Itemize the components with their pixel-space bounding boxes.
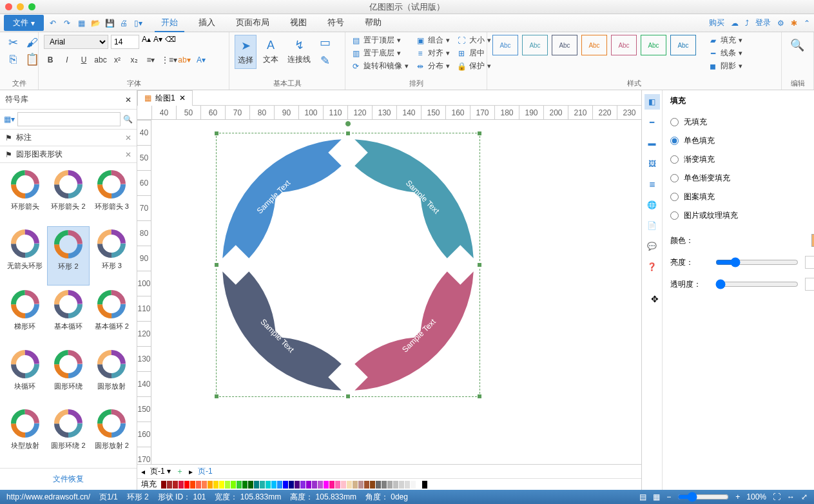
picture-tab-icon[interactable]: 🖼	[644, 156, 660, 171]
subscript-button[interactable]: x₂	[128, 55, 141, 64]
bold-button[interactable]: B	[44, 55, 57, 64]
rotate-handle[interactable]	[345, 121, 351, 127]
color-swatch[interactable]	[295, 481, 300, 489]
fill-option[interactable]: 图案填充	[670, 188, 814, 206]
view-mode-icon-2[interactable]: ▦	[653, 492, 660, 501]
shape-item[interactable]: 环形箭头 2	[47, 167, 89, 225]
tab-insert[interactable]: 插入	[192, 14, 222, 32]
color-swatch[interactable]	[289, 481, 294, 489]
color-swatch[interactable]	[167, 481, 172, 489]
shape-item[interactable]: 块型放射	[4, 406, 46, 464]
color-swatch[interactable]	[260, 481, 265, 489]
section-callouts[interactable]: ⚑ 标注 ✕	[0, 130, 137, 146]
library-icon[interactable]: ▦▾	[4, 115, 15, 124]
comment-tab-icon[interactable]: 💬	[644, 238, 660, 254]
export-icon[interactable]: ▯▾	[133, 18, 143, 28]
connector-tool[interactable]: ↯连接线	[285, 35, 313, 68]
section-circular[interactable]: ⚑ 圆形图表形状 ✕	[0, 146, 137, 163]
select-tool[interactable]: ➤选择	[235, 35, 257, 69]
highlight-icon[interactable]: ab▾	[178, 55, 191, 64]
color-swatch[interactable]	[387, 481, 392, 489]
color-swatch[interactable]	[184, 481, 189, 489]
login-link[interactable]: 登录	[755, 17, 771, 28]
font-color-icon[interactable]: A▾	[195, 55, 208, 64]
search-input[interactable]	[17, 112, 121, 126]
document-tab[interactable]: ▦ 绘图1 ✕	[137, 90, 193, 106]
center-button[interactable]: ⊞居中	[456, 48, 491, 59]
color-swatch[interactable]	[277, 481, 282, 489]
opacity-slider[interactable]	[715, 279, 799, 289]
color-swatch[interactable]	[190, 481, 195, 489]
color-swatch[interactable]	[370, 481, 375, 489]
tab-help[interactable]: 帮助	[358, 14, 388, 32]
color-swatch[interactable]	[318, 481, 323, 489]
color-picker[interactable]	[811, 234, 814, 247]
shape-item[interactable]: 基本循环	[47, 287, 89, 345]
color-swatch[interactable]	[179, 481, 184, 489]
fill-radio[interactable]	[670, 193, 679, 201]
shape-item[interactable]: 环形 3	[91, 226, 133, 286]
cut-icon[interactable]: ✂	[5, 35, 21, 50]
fit-width-icon[interactable]: ↔	[787, 492, 795, 501]
tab-view[interactable]: 视图	[284, 14, 313, 32]
close-sidebar-icon[interactable]: ✕	[125, 95, 131, 104]
shape-item[interactable]: 环形 2	[47, 226, 89, 286]
shape-item[interactable]: 基本循环 2	[91, 287, 133, 345]
shape-item[interactable]: 圆形放射 2	[91, 406, 133, 464]
shape-item[interactable]: 梯形环	[4, 287, 46, 345]
font-size-input[interactable]	[111, 35, 139, 49]
close-window[interactable]	[5, 3, 12, 10]
line-spacing-icon[interactable]: ≡▾	[144, 55, 157, 64]
zoom-out-icon[interactable]: −	[666, 492, 671, 501]
color-swatch[interactable]	[364, 481, 369, 489]
increase-font-icon[interactable]: A▴	[142, 35, 151, 49]
fill-radio[interactable]	[670, 211, 679, 220]
shape-item[interactable]: 块循环	[4, 347, 46, 405]
brightness-slider[interactable]	[715, 257, 799, 267]
zoom-slider[interactable]	[677, 492, 729, 502]
fill-option[interactable]: 单色渐变填充	[670, 169, 814, 188]
file-recover-link[interactable]: 文件恢复	[0, 468, 137, 490]
color-swatch[interactable]	[266, 481, 271, 489]
zoom-value[interactable]: 100%	[746, 492, 766, 501]
color-swatch[interactable]	[196, 481, 201, 489]
fill-radio[interactable]	[670, 137, 679, 145]
pen-icon[interactable]: ✎	[317, 53, 333, 68]
text-tool[interactable]: A文本	[260, 35, 281, 68]
format-painter-icon[interactable]: 🖌	[24, 35, 40, 50]
distribute-button[interactable]: ⇹分布▾	[415, 61, 450, 72]
style-preset-1[interactable]: Abc	[492, 35, 518, 55]
color-swatch[interactable]	[422, 481, 427, 489]
color-swatch[interactable]	[283, 481, 288, 489]
color-swatch[interactable]	[393, 481, 398, 489]
buy-link[interactable]: 购买	[709, 17, 724, 28]
underline-button[interactable]: U	[77, 55, 90, 64]
copy-icon[interactable]: ⎘	[5, 52, 21, 67]
shape-item[interactable]: 环形箭头 3	[91, 167, 133, 225]
color-swatch[interactable]	[358, 481, 363, 489]
close-tab-icon[interactable]: ✕	[179, 93, 186, 102]
color-swatch[interactable]	[231, 481, 236, 489]
color-swatch[interactable]	[399, 481, 404, 489]
color-swatch[interactable]	[271, 481, 276, 489]
paste-icon[interactable]: 📋	[24, 52, 40, 67]
bring-front-button[interactable]: ▤置于顶层▾	[351, 35, 409, 46]
color-swatch[interactable]	[405, 481, 410, 489]
print-icon[interactable]: 🖨	[119, 18, 129, 28]
tab-layout[interactable]: 页面布局	[229, 14, 276, 32]
strike-button[interactable]: abc	[94, 55, 107, 64]
save-icon[interactable]: 💾	[104, 18, 115, 28]
send-back-button[interactable]: ▥置于底层▾	[351, 48, 409, 59]
color-swatch[interactable]	[300, 481, 305, 489]
shadow-button[interactable]: ◼阴影▾	[708, 61, 742, 72]
fill-tab-icon[interactable]: ◧	[644, 94, 660, 110]
color-swatch[interactable]	[161, 481, 166, 489]
color-swatch[interactable]	[329, 481, 334, 489]
file-menu-button[interactable]: 文件▾	[4, 15, 44, 31]
fill-option[interactable]: 图片或纹理填充	[670, 206, 814, 225]
font-name-select[interactable]: Arial	[44, 35, 108, 49]
share-icon[interactable]: ⤴	[745, 19, 749, 28]
undo-icon[interactable]: ↶	[48, 18, 58, 28]
tab-start[interactable]: 开始	[155, 14, 184, 32]
settings-icon[interactable]: ⚙	[777, 19, 784, 28]
